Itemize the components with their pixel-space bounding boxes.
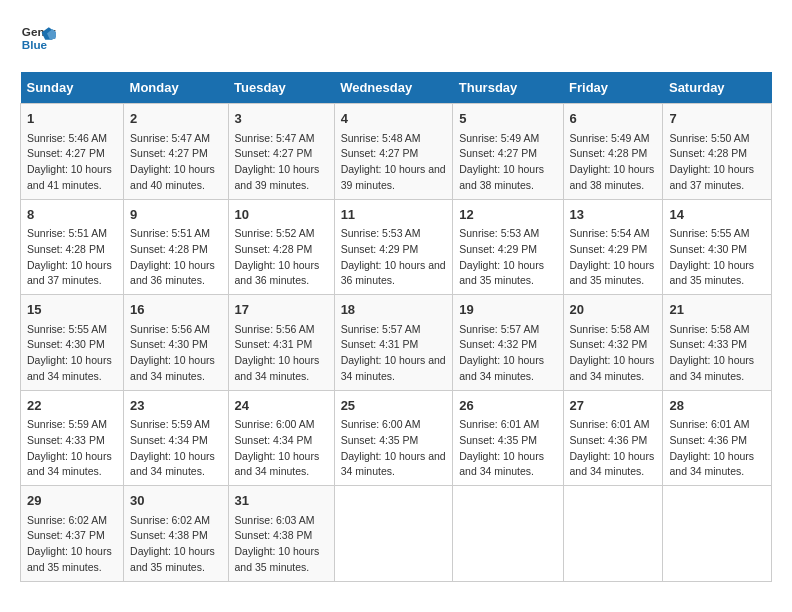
cell-info: Sunrise: 5:51 AMSunset: 4:28 PMDaylight:… [27, 226, 117, 289]
cell-info: Sunrise: 5:56 AMSunset: 4:31 PMDaylight:… [235, 322, 328, 385]
weekday-header-tuesday: Tuesday [228, 72, 334, 104]
calendar-cell: 14Sunrise: 5:55 AMSunset: 4:30 PMDayligh… [663, 199, 772, 295]
calendar-cell: 13Sunrise: 5:54 AMSunset: 4:29 PMDayligh… [563, 199, 663, 295]
logo: General Blue [20, 20, 64, 56]
svg-text:Blue: Blue [22, 38, 48, 51]
calendar-cell: 25Sunrise: 6:00 AMSunset: 4:35 PMDayligh… [334, 390, 453, 486]
calendar-cell: 19Sunrise: 5:57 AMSunset: 4:32 PMDayligh… [453, 295, 563, 391]
day-number: 15 [27, 300, 117, 320]
cell-info: Sunrise: 5:59 AMSunset: 4:34 PMDaylight:… [130, 417, 221, 480]
calendar-cell: 11Sunrise: 5:53 AMSunset: 4:29 PMDayligh… [334, 199, 453, 295]
day-number: 3 [235, 109, 328, 129]
cell-info: Sunrise: 6:01 AMSunset: 4:36 PMDaylight:… [570, 417, 657, 480]
page-header: General Blue [20, 20, 772, 56]
day-number: 4 [341, 109, 447, 129]
day-number: 24 [235, 396, 328, 416]
cell-info: Sunrise: 5:59 AMSunset: 4:33 PMDaylight:… [27, 417, 117, 480]
cell-info: Sunrise: 6:01 AMSunset: 4:36 PMDaylight:… [669, 417, 765, 480]
cell-info: Sunrise: 6:02 AMSunset: 4:38 PMDaylight:… [130, 513, 221, 576]
calendar-table: SundayMondayTuesdayWednesdayThursdayFrid… [20, 72, 772, 582]
day-number: 6 [570, 109, 657, 129]
day-number: 1 [27, 109, 117, 129]
weekday-header-friday: Friday [563, 72, 663, 104]
calendar-cell [663, 486, 772, 582]
calendar-cell: 24Sunrise: 6:00 AMSunset: 4:34 PMDayligh… [228, 390, 334, 486]
day-number: 19 [459, 300, 556, 320]
day-number: 21 [669, 300, 765, 320]
cell-info: Sunrise: 5:57 AMSunset: 4:32 PMDaylight:… [459, 322, 556, 385]
cell-info: Sunrise: 5:57 AMSunset: 4:31 PMDaylight:… [341, 322, 447, 385]
logo-icon: General Blue [20, 20, 56, 56]
calendar-cell: 23Sunrise: 5:59 AMSunset: 4:34 PMDayligh… [124, 390, 228, 486]
day-number: 20 [570, 300, 657, 320]
cell-info: Sunrise: 5:49 AMSunset: 4:28 PMDaylight:… [570, 131, 657, 194]
calendar-cell: 2Sunrise: 5:47 AMSunset: 4:27 PMDaylight… [124, 104, 228, 200]
calendar-cell: 8Sunrise: 5:51 AMSunset: 4:28 PMDaylight… [21, 199, 124, 295]
calendar-cell: 5Sunrise: 5:49 AMSunset: 4:27 PMDaylight… [453, 104, 563, 200]
cell-info: Sunrise: 6:03 AMSunset: 4:38 PMDaylight:… [235, 513, 328, 576]
day-number: 14 [669, 205, 765, 225]
day-number: 28 [669, 396, 765, 416]
cell-info: Sunrise: 5:53 AMSunset: 4:29 PMDaylight:… [341, 226, 447, 289]
day-number: 2 [130, 109, 221, 129]
day-number: 9 [130, 205, 221, 225]
calendar-cell: 18Sunrise: 5:57 AMSunset: 4:31 PMDayligh… [334, 295, 453, 391]
day-number: 8 [27, 205, 117, 225]
calendar-cell [334, 486, 453, 582]
cell-info: Sunrise: 5:55 AMSunset: 4:30 PMDaylight:… [27, 322, 117, 385]
cell-info: Sunrise: 5:58 AMSunset: 4:33 PMDaylight:… [669, 322, 765, 385]
cell-info: Sunrise: 6:00 AMSunset: 4:35 PMDaylight:… [341, 417, 447, 480]
cell-info: Sunrise: 5:50 AMSunset: 4:28 PMDaylight:… [669, 131, 765, 194]
day-number: 17 [235, 300, 328, 320]
day-number: 5 [459, 109, 556, 129]
calendar-cell: 28Sunrise: 6:01 AMSunset: 4:36 PMDayligh… [663, 390, 772, 486]
day-number: 12 [459, 205, 556, 225]
calendar-cell: 20Sunrise: 5:58 AMSunset: 4:32 PMDayligh… [563, 295, 663, 391]
day-number: 30 [130, 491, 221, 511]
cell-info: Sunrise: 5:56 AMSunset: 4:30 PMDaylight:… [130, 322, 221, 385]
cell-info: Sunrise: 5:49 AMSunset: 4:27 PMDaylight:… [459, 131, 556, 194]
cell-info: Sunrise: 5:51 AMSunset: 4:28 PMDaylight:… [130, 226, 221, 289]
calendar-cell [453, 486, 563, 582]
calendar-cell: 31Sunrise: 6:03 AMSunset: 4:38 PMDayligh… [228, 486, 334, 582]
weekday-header-wednesday: Wednesday [334, 72, 453, 104]
day-number: 16 [130, 300, 221, 320]
day-number: 27 [570, 396, 657, 416]
cell-info: Sunrise: 5:47 AMSunset: 4:27 PMDaylight:… [235, 131, 328, 194]
calendar-cell: 26Sunrise: 6:01 AMSunset: 4:35 PMDayligh… [453, 390, 563, 486]
day-number: 13 [570, 205, 657, 225]
weekday-header-monday: Monday [124, 72, 228, 104]
day-number: 18 [341, 300, 447, 320]
cell-info: Sunrise: 5:46 AMSunset: 4:27 PMDaylight:… [27, 131, 117, 194]
cell-info: Sunrise: 5:55 AMSunset: 4:30 PMDaylight:… [669, 226, 765, 289]
cell-info: Sunrise: 5:48 AMSunset: 4:27 PMDaylight:… [341, 131, 447, 194]
calendar-cell: 30Sunrise: 6:02 AMSunset: 4:38 PMDayligh… [124, 486, 228, 582]
calendar-cell: 6Sunrise: 5:49 AMSunset: 4:28 PMDaylight… [563, 104, 663, 200]
calendar-cell: 15Sunrise: 5:55 AMSunset: 4:30 PMDayligh… [21, 295, 124, 391]
cell-info: Sunrise: 5:54 AMSunset: 4:29 PMDaylight:… [570, 226, 657, 289]
day-number: 7 [669, 109, 765, 129]
calendar-cell: 7Sunrise: 5:50 AMSunset: 4:28 PMDaylight… [663, 104, 772, 200]
calendar-cell: 4Sunrise: 5:48 AMSunset: 4:27 PMDaylight… [334, 104, 453, 200]
calendar-cell: 12Sunrise: 5:53 AMSunset: 4:29 PMDayligh… [453, 199, 563, 295]
cell-info: Sunrise: 5:47 AMSunset: 4:27 PMDaylight:… [130, 131, 221, 194]
calendar-cell: 21Sunrise: 5:58 AMSunset: 4:33 PMDayligh… [663, 295, 772, 391]
day-number: 22 [27, 396, 117, 416]
day-number: 26 [459, 396, 556, 416]
cell-info: Sunrise: 6:00 AMSunset: 4:34 PMDaylight:… [235, 417, 328, 480]
cell-info: Sunrise: 6:01 AMSunset: 4:35 PMDaylight:… [459, 417, 556, 480]
cell-info: Sunrise: 6:02 AMSunset: 4:37 PMDaylight:… [27, 513, 117, 576]
day-number: 29 [27, 491, 117, 511]
weekday-header-sunday: Sunday [21, 72, 124, 104]
calendar-cell: 3Sunrise: 5:47 AMSunset: 4:27 PMDaylight… [228, 104, 334, 200]
day-number: 25 [341, 396, 447, 416]
calendar-cell: 16Sunrise: 5:56 AMSunset: 4:30 PMDayligh… [124, 295, 228, 391]
calendar-cell: 27Sunrise: 6:01 AMSunset: 4:36 PMDayligh… [563, 390, 663, 486]
day-number: 11 [341, 205, 447, 225]
weekday-header-saturday: Saturday [663, 72, 772, 104]
calendar-cell: 10Sunrise: 5:52 AMSunset: 4:28 PMDayligh… [228, 199, 334, 295]
weekday-header-thursday: Thursday [453, 72, 563, 104]
cell-info: Sunrise: 5:53 AMSunset: 4:29 PMDaylight:… [459, 226, 556, 289]
calendar-cell [563, 486, 663, 582]
calendar-cell: 1Sunrise: 5:46 AMSunset: 4:27 PMDaylight… [21, 104, 124, 200]
